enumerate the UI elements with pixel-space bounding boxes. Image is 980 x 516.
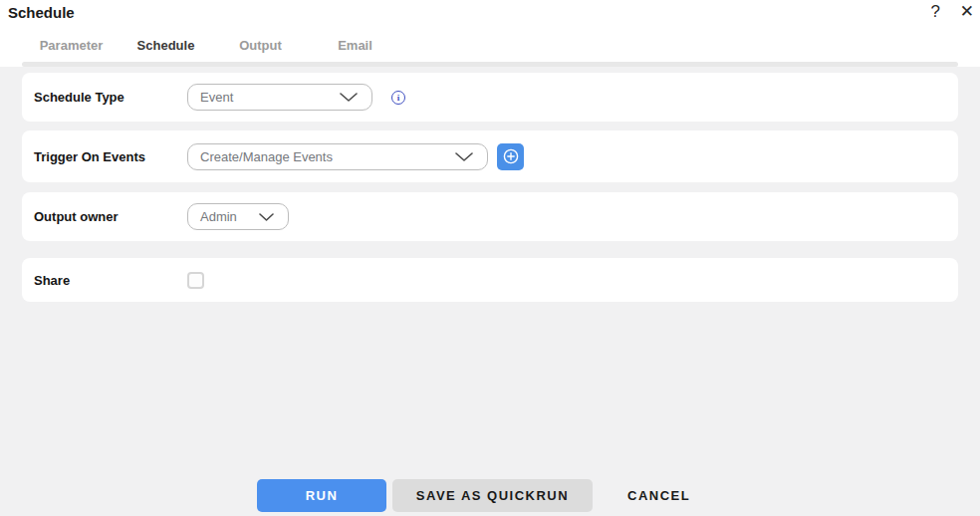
output-owner-select[interactable]: Admin	[187, 203, 289, 230]
footer-actions: RUN SAVE AS QUICKRUN CANCEL	[257, 479, 692, 512]
tab-email[interactable]: Email	[308, 28, 402, 62]
chevron-down-icon	[455, 152, 473, 161]
chevron-down-icon	[259, 213, 274, 221]
add-event-button[interactable]	[497, 143, 524, 170]
schedule-type-label: Schedule Type	[34, 90, 187, 105]
chevron-down-icon	[340, 93, 358, 102]
help-icon[interactable]: ?	[931, 0, 940, 24]
trigger-on-events-select[interactable]: Create/Manage Events	[187, 143, 488, 170]
schedule-type-value: Event	[200, 90, 233, 105]
schedule-type-row: Schedule Type Event i	[22, 73, 958, 122]
page-title: Schedule	[8, 4, 75, 21]
tab-schedule[interactable]: Schedule	[119, 28, 213, 62]
output-owner-value: Admin	[200, 209, 237, 224]
title-bar: Schedule ? ✕	[0, 0, 980, 28]
output-owner-label: Output owner	[34, 209, 187, 224]
cancel-button[interactable]: CANCEL	[625, 479, 692, 512]
close-icon[interactable]: ✕	[960, 0, 974, 24]
share-label: Share	[34, 273, 187, 288]
share-checkbox[interactable]	[187, 272, 204, 289]
trigger-on-events-label: Trigger On Events	[34, 149, 187, 164]
share-row: Share	[22, 258, 958, 302]
trigger-on-events-row: Trigger On Events Create/Manage Events	[22, 130, 958, 182]
info-icon[interactable]: i	[391, 91, 405, 105]
plus-circle-icon	[503, 148, 519, 164]
schedule-dialog: Schedule ? ✕ Parameter Schedule Output E…	[0, 0, 980, 516]
output-owner-row: Output owner Admin	[22, 192, 958, 241]
tab-output[interactable]: Output	[213, 28, 308, 62]
tab-bar: Parameter Schedule Output Email	[24, 28, 402, 62]
run-button[interactable]: RUN	[257, 479, 386, 512]
save-as-quickrun-button[interactable]: SAVE AS QUICKRUN	[392, 479, 593, 512]
schedule-type-select[interactable]: Event	[187, 84, 372, 111]
trigger-on-events-value: Create/Manage Events	[200, 149, 333, 164]
tab-parameter[interactable]: Parameter	[24, 28, 119, 62]
